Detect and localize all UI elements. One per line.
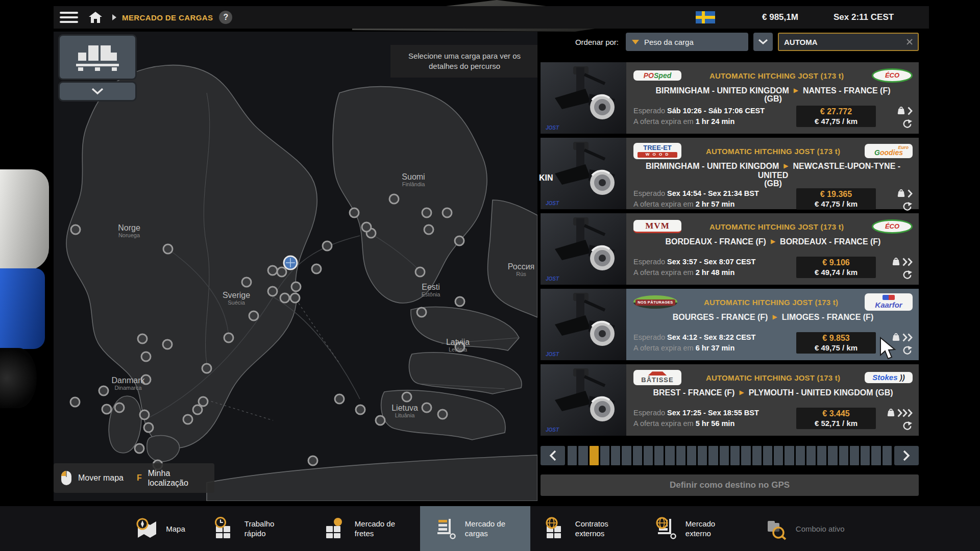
page-block[interactable] [839,446,848,465]
sort-expand-button[interactable] [753,33,773,51]
bottom-navigation: Mapa Trabalho rápido Mercado de fretes M… [0,506,980,551]
weight-icon [896,106,906,115]
nav-item-cargo-market[interactable]: Mercado de cargas [420,506,530,551]
page-block[interactable] [708,446,718,465]
player-location-marker [284,256,297,269]
page-block[interactable] [611,446,620,465]
price-per-km: € 52,71 / km [800,419,872,428]
nav-item-convoy[interactable]: Comboio ativo [751,506,859,551]
page-block[interactable] [883,446,892,465]
city-dot [202,364,211,373]
city-dot [402,392,411,402]
cargo-title: AUTOMATIC HITCHING JOST (173 t) [681,71,872,80]
nav-item-external-contracts[interactable]: Contratos externos [530,506,641,551]
city-dot [99,386,108,395]
cargo-card[interactable]: JOST POSped AUTOMATIC HITCHING JOST (173… [541,62,919,134]
source-company-logo: TREE-ETW O O D [633,143,681,159]
page-block[interactable] [752,446,762,465]
cargo-thumbnail: JOST [541,364,626,436]
page-block[interactable] [741,446,750,465]
page-block[interactable] [687,446,696,465]
return-arrow-icon [902,346,913,356]
truck-wheel-photo [0,348,37,408]
city-dot [291,282,301,291]
speed-chevrons-icon [902,332,913,341]
page-block[interactable] [654,446,664,465]
nav-item-external-market[interactable]: Mercado externo [641,506,751,551]
source-company-logo: BÂTISSE [633,370,681,385]
page-block[interactable] [828,446,837,465]
page-block[interactable] [633,446,642,465]
clear-search-icon[interactable] [905,38,914,46]
page-block[interactable] [644,446,653,465]
collapse-chevron-button[interactable] [60,83,135,100]
city-dot [135,444,144,453]
page-block[interactable] [763,446,772,465]
nav-item-quick-job[interactable]: Trabalho rápido [200,506,310,551]
page-block[interactable] [850,446,859,465]
sort-value: Peso da carga [644,38,694,46]
page-block[interactable] [817,446,826,465]
city-dot [268,266,277,275]
cargo-pallet-button[interactable] [60,36,135,79]
page-block[interactable] [796,446,805,465]
city-dot [268,287,277,296]
page-block[interactable] [590,446,599,465]
external-contracts-icon [545,517,568,540]
search-box[interactable] [778,33,919,51]
help-icon[interactable]: ? [219,11,232,24]
page-block[interactable] [774,446,783,465]
page-block[interactable] [676,446,685,465]
cargo-price: € 27.772 [800,107,872,116]
page-block[interactable] [861,446,870,465]
destination-company-logo: Stokes )) [865,372,913,383]
page-block[interactable] [578,446,587,465]
page-block[interactable] [568,446,577,465]
page-block[interactable] [720,446,729,465]
city-dot [323,241,332,251]
sort-dropdown[interactable]: Peso da carga [626,33,748,51]
city-dot [290,293,300,303]
prev-page-button[interactable] [541,446,565,465]
world-map[interactable]: NorgeNoruegaSverigeSuéciaSuomiFinlândiaE… [54,32,537,501]
nav-item-freight-market[interactable]: Mercado de fretes [310,506,420,551]
page-block[interactable] [806,446,816,465]
nav-item-map[interactable]: Mapa [121,506,200,551]
return-arrow-icon [902,119,913,130]
cargo-thumbnail: JOST [541,62,626,134]
cargo-card[interactable]: JOST BÂTISSE AUTOMATIC HITCHING JOST (17… [541,364,919,436]
return-arrow-icon [902,202,913,212]
page-block[interactable] [730,446,740,465]
speed-chevrons-icon [908,106,913,115]
price-box: € 9.106 € 49,74 / km [796,257,876,278]
cargo-card[interactable]: JOST NOS PÂTURAGES AUTOMATIC HITCHING JO… [541,289,919,360]
map-controls[interactable]: Mover mapa F Minha localização [54,463,214,493]
price-box: € 3.445 € 52,71 / km [796,408,876,429]
select-cargo-tooltip: Selecione uma carga para ver os detalhes… [390,45,537,78]
city-dot [144,423,153,432]
menu-icon[interactable] [60,9,78,26]
return-arrow-icon [902,421,913,432]
price-box: € 19.365 € 47,75 / km [796,188,876,210]
cargo-times: Esperado Sex 17:25 - Sex 18:55 BST A ofe… [633,408,796,429]
cargo-card[interactable]: JOST TREE-ETW O O D AUTOMATIC HITCHING J… [541,138,919,209]
page-block[interactable] [622,446,631,465]
page-block[interactable] [871,446,880,465]
city-dot [183,415,192,424]
cargo-price: € 9.106 [800,258,872,267]
cargo-card[interactable]: JOST MVM AUTOMATIC HITCHING JOST (173 t)… [541,213,919,285]
home-icon[interactable] [88,11,103,24]
next-page-button[interactable] [894,446,919,465]
source-company-logo: MVM [633,220,681,234]
weight-icon [891,257,901,266]
city-dot [455,236,464,245]
city-dot [389,194,399,204]
page-block[interactable] [698,446,707,465]
page-block[interactable] [600,446,609,465]
page-block[interactable] [785,446,794,465]
search-input[interactable] [783,37,905,47]
pagination [541,446,919,465]
weight-icon [886,408,896,417]
page-block[interactable] [665,446,674,465]
set-gps-destination-button[interactable]: Definir como destino no GPS [541,474,919,496]
